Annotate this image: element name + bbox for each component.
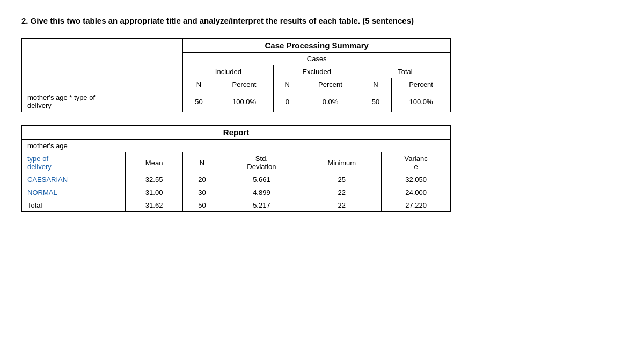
report-row-label: Total [22, 199, 126, 212]
cps-inc-n: 50 [183, 91, 215, 112]
report-row-n: 30 [183, 186, 221, 199]
cps-inc-n-header: N [183, 78, 215, 91]
report-row-label: NORMAL [22, 186, 126, 199]
cps-row-header-line2: delivery [27, 101, 52, 109]
cps-exc-n: 0 [274, 91, 301, 112]
report-row-std: 5.661 [221, 173, 302, 186]
report-row-n: 20 [183, 173, 221, 186]
report-row-min: 22 [302, 186, 382, 199]
report-col-mean: Mean [125, 152, 182, 173]
cps-title: Case Processing Summary [183, 39, 451, 53]
col-type-line2: delivery [27, 163, 52, 171]
col-std-line1: Std. [255, 155, 268, 163]
question-text: Give this two tables an appropriate titl… [31, 16, 414, 25]
cps-cases-header: Cases [183, 53, 451, 65]
report-row-label: CAESARIAN [22, 173, 126, 186]
cps-exc-pct-header: Percent [301, 78, 360, 91]
report-row-min: 22 [302, 199, 382, 212]
report-title: Report [22, 126, 451, 140]
cps-tot-n: 50 [360, 91, 391, 112]
cps-total-label: Total [360, 65, 450, 78]
cps-included-label: Included [183, 65, 274, 78]
report-row-variance: 32.050 [382, 173, 451, 186]
cps-tot-n-header: N [360, 78, 391, 91]
report-row-min: 25 [302, 173, 382, 186]
cps-row-header-line1: mother's age * type of [27, 93, 95, 101]
report-row-std: 5.217 [221, 199, 302, 212]
report-col-n: N [183, 152, 221, 173]
col-var-line2: e [414, 163, 418, 171]
report-row-variance: 27.220 [382, 199, 451, 212]
report-col-type: type of delivery [22, 152, 126, 173]
report-col-minimum: Minimum [302, 152, 382, 173]
cps-inc-pct: 100.0% [215, 91, 274, 112]
report-row-n: 50 [183, 199, 221, 212]
report-row-std: 4.899 [221, 186, 302, 199]
cps-exc-n-header: N [274, 78, 301, 91]
question-number: 2. [21, 16, 28, 25]
report-col-std: Std. Deviation [221, 152, 302, 173]
report-col-variance: Varianc e [382, 152, 451, 173]
cps-row-header: mother's age * type of delivery [22, 91, 183, 112]
col-var-line1: Varianc [405, 155, 428, 163]
question-heading: 2. Give this two tables an appropriate t… [21, 16, 623, 25]
report-row-mean: 32.55 [125, 173, 182, 186]
cps-tot-pct: 100.0% [392, 91, 451, 112]
col-std-line2: Deviation [247, 163, 276, 171]
report-table: Report mother's age type of delivery Mea… [21, 125, 451, 212]
report-row-variance: 24.000 [382, 186, 451, 199]
report-row-mean: 31.62 [125, 199, 182, 212]
cps-excluded-label: Excluded [274, 65, 360, 78]
cps-inc-pct-header: Percent [215, 78, 274, 91]
tables-container: Case Processing Summary Cases Included E… [21, 38, 451, 212]
report-mothers-age-label: mother's age [22, 140, 451, 152]
cps-exc-pct: 0.0% [301, 91, 360, 112]
cps-table: Case Processing Summary Cases Included E… [21, 38, 451, 112]
report-row-mean: 31.00 [125, 186, 182, 199]
cps-tot-pct-header: Percent [392, 78, 451, 91]
col-type-line1: type of [27, 155, 48, 163]
